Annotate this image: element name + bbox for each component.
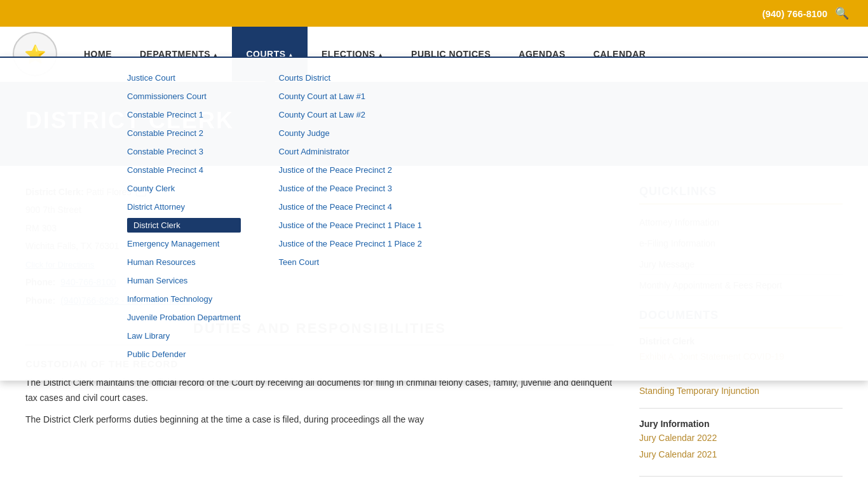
dropdown-court-admin[interactable]: Court Administrator bbox=[279, 144, 422, 159]
top-bar-phone: (940) 766-8100 bbox=[762, 8, 827, 19]
jury-link-2022[interactable]: Jury Calendar 2022 bbox=[639, 433, 843, 443]
dropdown-jp1p2[interactable]: Justice of the Peace Precinct 1 Place 2 bbox=[279, 236, 422, 251]
dropdown-col-1: Justice Court Commissioners Court Consta… bbox=[127, 71, 241, 362]
jury-block: Jury Information Jury Calendar 2022 Jury… bbox=[639, 419, 843, 477]
dropdown-hr[interactable]: Human Resources bbox=[127, 255, 241, 269]
dropdown-courts-district[interactable]: Courts District bbox=[279, 71, 422, 85]
dropdown-ccl2[interactable]: County Court at Law #2 bbox=[279, 107, 422, 122]
dropdown-law-library[interactable]: Law Library bbox=[127, 329, 241, 343]
custodian-text2: The District Clerk performs duties begin… bbox=[25, 412, 614, 428]
dropdown-teen-court[interactable]: Teen Court bbox=[279, 255, 422, 269]
dropdown-district-attorney[interactable]: District Attorney bbox=[127, 200, 241, 214]
dropdown-jp3[interactable]: Justice of the Peace Precinct 3 bbox=[279, 181, 422, 196]
dropdown-county-judge[interactable]: County Judge bbox=[279, 126, 422, 140]
dropdown-juvenile[interactable]: Juvenile Probation Department bbox=[127, 310, 241, 325]
dropdown-constable-4[interactable]: Constable Precinct 4 bbox=[127, 163, 241, 177]
jury-title: Jury Information bbox=[639, 419, 843, 429]
dropdown-menu: Justice Court Commissioners Court Consta… bbox=[0, 57, 868, 381]
dropdown-justice-court[interactable]: Justice Court bbox=[127, 71, 241, 85]
dropdown-constable-3[interactable]: Constable Precinct 3 bbox=[127, 144, 241, 159]
dropdown-emergency[interactable]: Emergency Management bbox=[127, 236, 241, 251]
dropdown-jp4[interactable]: Justice of the Peace Precinct 4 bbox=[279, 200, 422, 214]
dropdown-col-2: Courts District County Court at Law #1 C… bbox=[279, 71, 422, 362]
doc-block-2: Standing Temporary Injunction bbox=[639, 384, 843, 409]
dropdown-it[interactable]: Information Technology bbox=[127, 292, 241, 306]
dropdown-constable-2[interactable]: Constable Precinct 2 bbox=[127, 126, 241, 140]
dropdown-jp1p1[interactable]: Justice of the Peace Precinct 1 Place 1 bbox=[279, 218, 422, 233]
dropdown-human-services[interactable]: Human Services bbox=[127, 273, 241, 288]
dropdown-county-clerk[interactable]: County Clerk bbox=[127, 181, 241, 196]
jury-link-2021[interactable]: Jury Calendar 2021 bbox=[639, 449, 843, 459]
dropdown-ccl1[interactable]: County Court at Law #1 bbox=[279, 89, 422, 104]
dropdown-district-clerk[interactable]: District Clerk bbox=[127, 218, 241, 233]
search-icon[interactable]: 🔍 bbox=[835, 6, 849, 20]
top-bar: (940) 766-8100 🔍 bbox=[0, 0, 868, 27]
doc2-link[interactable]: Standing Temporary Injunction bbox=[639, 386, 759, 396]
dropdown-constable-1[interactable]: Constable Precinct 1 bbox=[127, 107, 241, 122]
dropdown-public-defender[interactable]: Public Defender bbox=[127, 347, 241, 362]
dropdown-jp2[interactable]: Justice of the Peace Precinct 2 bbox=[279, 163, 422, 177]
dropdown-commissioners[interactable]: Commissioners Court bbox=[127, 89, 241, 104]
